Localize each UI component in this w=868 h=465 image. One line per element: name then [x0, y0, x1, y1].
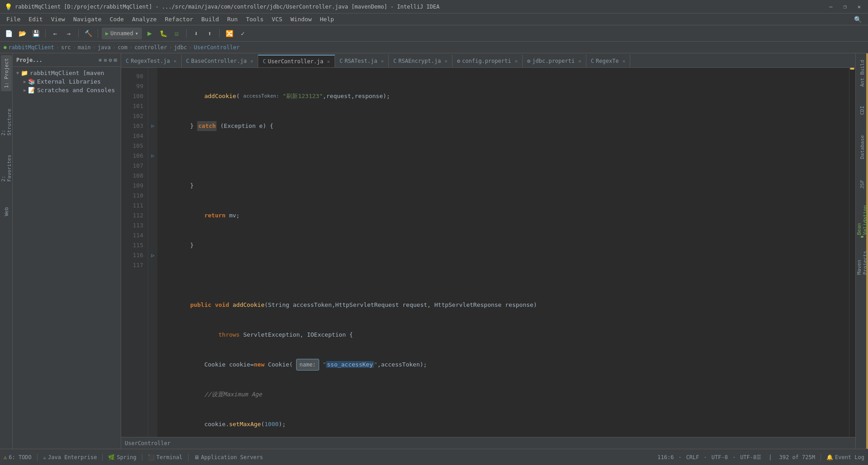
linenum-104: 104	[121, 131, 148, 141]
vcs-button[interactable]: 🔀	[223, 28, 235, 39]
gutter-103[interactable]: ▷	[148, 121, 157, 131]
breadcrumb-com[interactable]: com	[118, 44, 127, 51]
toolbar-separator-4	[186, 29, 187, 38]
tab-basecontroller[interactable]: C BaseController.ja ×	[182, 55, 259, 67]
breadcrumb-controller[interactable]: controller	[134, 44, 167, 51]
appservers-label[interactable]: Application Servers	[201, 454, 263, 460]
tab-close-basecontroller[interactable]: ×	[250, 58, 254, 64]
breadcrumb-sep-4: ›	[113, 44, 116, 51]
tab-close-usercontroller[interactable]: ×	[327, 59, 330, 65]
breadcrumb-project[interactable]: rabbitMqClient	[9, 44, 54, 51]
maximize-button[interactable]: ❐	[841, 4, 849, 10]
close-button[interactable]: ✕	[855, 4, 863, 10]
tab-web[interactable]: Web	[1, 193, 12, 230]
back-button[interactable]: ←	[49, 28, 61, 39]
minimize-button[interactable]: —	[826, 4, 835, 10]
tab-close-regexte2[interactable]: ×	[623, 58, 626, 64]
expand-arrow-libs: ▶	[24, 79, 26, 84]
tab-project[interactable]: 1: Project	[1, 55, 12, 91]
crlf-label[interactable]: CRLF	[686, 454, 699, 460]
tree-item-scratches[interactable]: ▶ 📝 Scratches and Consoles	[13, 86, 121, 94]
tab-structure[interactable]: 2: Structure	[1, 101, 12, 137]
run-config-selector[interactable]: ▶ Unnamed ▾	[102, 28, 142, 39]
rest-98: ,request,response);	[323, 91, 390, 101]
breadcrumb-file[interactable]: UserController	[194, 44, 240, 51]
menu-vcs[interactable]: VCS	[268, 15, 286, 23]
tree-item-project[interactable]: ▼ 📁 rabbitMqClient [maven	[13, 69, 121, 77]
right-tab-cdi[interactable]: CDI	[857, 92, 868, 128]
menu-run[interactable]: Run	[223, 15, 241, 23]
open-button[interactable]: 📂	[16, 28, 28, 39]
menu-build[interactable]: Build	[198, 15, 222, 23]
right-tab-database[interactable]: Database	[857, 129, 868, 165]
code-editor[interactable]: 98 99 100 101 102 103 104 105 106 107 10…	[121, 68, 855, 437]
menu-code[interactable]: Code	[106, 15, 127, 23]
encoding-label[interactable]: UTF-8	[712, 454, 728, 460]
tab-close-configprop[interactable]: ×	[514, 58, 518, 64]
menu-analyze[interactable]: Analyze	[128, 15, 160, 23]
expand-arrow: ▼	[16, 70, 19, 75]
tab-close-rsaencrypt[interactable]: ×	[444, 58, 448, 64]
toolbar: 📄 📂 💾 ← → 🔨 ▶ Unnamed ▾ ▶ 🐛 ☑ ⬇ ⬆ 🔀 ✓	[0, 25, 868, 42]
tab-favorites[interactable]: 2: Favorites	[1, 147, 12, 183]
right-tab-maven[interactable]: Maven Projects	[857, 240, 868, 277]
menu-window[interactable]: Window	[287, 15, 316, 23]
forward-button[interactable]: →	[63, 28, 75, 39]
new-file-button[interactable]: 📄	[3, 28, 14, 39]
step-in-button[interactable]: ⬇	[190, 28, 202, 39]
editor-tabs-bar: C RegexTest.ja × C BaseController.ja × C…	[121, 53, 855, 68]
menu-refactor[interactable]: Refactor	[161, 15, 197, 23]
tab-regexte2[interactable]: C RegexTe ×	[586, 55, 630, 67]
scratch-icon: 📝	[28, 87, 35, 94]
gutter-116[interactable]: ▷	[148, 250, 157, 260]
code-line-98: addCookie( accessToken: "刷新123123",reque…	[162, 91, 849, 101]
gutter-106[interactable]: ▷	[148, 151, 157, 161]
tab-configprop[interactable]: ⚙ config.properti ×	[453, 55, 523, 67]
breadcrumb-src[interactable]: src	[61, 44, 71, 51]
tab-usercontroller[interactable]: C UserController.ja ×	[258, 55, 335, 67]
terminal-label[interactable]: Terminal	[156, 454, 183, 460]
search-everywhere-icon[interactable]: 🔍	[850, 16, 865, 23]
tab-close-rsatest[interactable]: ×	[381, 58, 384, 64]
linenum-116: 116	[121, 250, 148, 260]
config-icon: ▶	[105, 30, 108, 37]
collapse-icon[interactable]: ≡	[104, 57, 107, 63]
sync-icon[interactable]: ⊕	[99, 57, 102, 63]
menu-view[interactable]: View	[47, 15, 69, 23]
debug-button[interactable]: 🐛	[157, 28, 169, 39]
space-107b	[264, 360, 268, 370]
menu-file[interactable]: File	[3, 15, 24, 23]
breadcrumb-java[interactable]: java	[98, 44, 111, 51]
todo-label[interactable]: 6: TODO	[9, 454, 32, 460]
right-tab-ant[interactable]: Ant Build	[857, 55, 868, 91]
breadcrumb-jdbc[interactable]: jdbc	[174, 44, 187, 51]
menu-tools[interactable]: Tools	[242, 15, 267, 23]
commit-button[interactable]: ✓	[237, 28, 249, 39]
coverage-button[interactable]: ☑	[171, 28, 183, 39]
tab-close-regextest[interactable]: ×	[174, 58, 177, 64]
tab-rsaencrypt[interactable]: C RSAEncrypt.ja ×	[389, 55, 453, 67]
menu-navigate[interactable]: Navigate	[70, 15, 105, 23]
event-log-label[interactable]: Event Log	[835, 454, 864, 460]
spring-label[interactable]: Spring	[117, 454, 136, 460]
save-button[interactable]: 💾	[30, 28, 42, 39]
tab-regextest[interactable]: C RegexTest.ja ×	[121, 55, 182, 67]
tab-close-jdbcprop[interactable]: ×	[578, 58, 581, 64]
code-content[interactable]: addCookie( accessToken: "刷新123123",reque…	[157, 68, 849, 437]
tab-icon-regexte2: C	[591, 58, 594, 64]
step-out-button[interactable]: ⬆	[204, 28, 216, 39]
right-tab-jsf[interactable]: JSF	[857, 166, 868, 202]
build-button[interactable]: 🔨	[82, 28, 94, 39]
java-enterprise-label[interactable]: Java Enterprise	[48, 454, 97, 460]
menu-help[interactable]: Help	[316, 15, 338, 23]
run-button[interactable]: ▶	[144, 28, 156, 39]
settings-icon[interactable]: ⚙	[109, 57, 112, 63]
right-tab-beanval[interactable]: Bean Validation	[857, 203, 868, 240]
tree-item-external-libs[interactable]: ▶ 📚 External Libraries	[13, 77, 121, 86]
menu-edit[interactable]: Edit	[25, 15, 46, 23]
expand-icon[interactable]: ⊞	[114, 57, 117, 63]
tab-rsatest[interactable]: C RSATest.ja ×	[335, 55, 389, 67]
breadcrumb-main[interactable]: main	[78, 44, 91, 51]
gutter-115	[148, 240, 157, 250]
tab-jdbcprop[interactable]: ⚙ jdbc.properti ×	[523, 55, 586, 67]
